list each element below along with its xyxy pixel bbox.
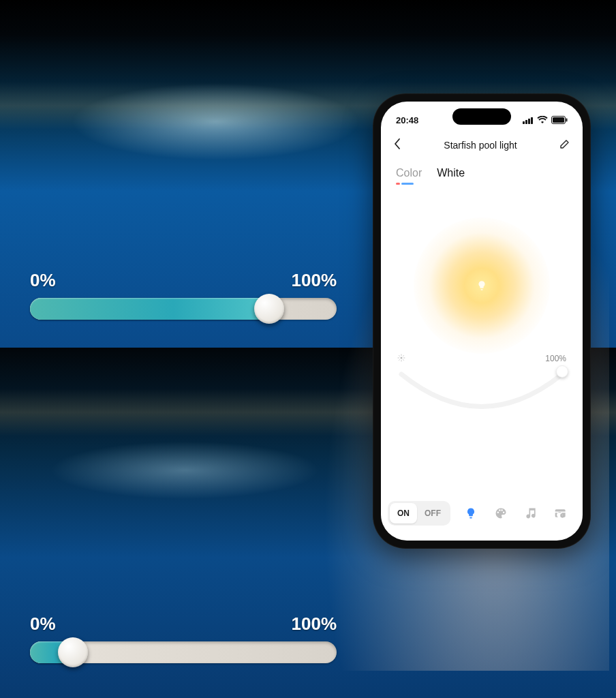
slider-fill bbox=[30, 298, 269, 320]
svg-point-7 bbox=[401, 357, 403, 359]
bulb-icon bbox=[476, 279, 488, 292]
tab-label: White bbox=[437, 167, 465, 179]
brightness-value: 100% bbox=[545, 354, 566, 363]
slider-labels: 0% 100% bbox=[30, 613, 337, 635]
tab-label: Color bbox=[396, 167, 422, 179]
slider-min-label: 0% bbox=[30, 613, 56, 635]
tab-color[interactable]: Color bbox=[396, 167, 422, 185]
light-preview-glow[interactable] bbox=[414, 217, 550, 354]
phone-screen: 20:48 Starfish pool light bbox=[381, 102, 583, 541]
slider-track[interactable] bbox=[30, 298, 337, 320]
slider-max-label: 100% bbox=[292, 270, 337, 291]
product-image-stage: 0% 100% 0% 100% 20:48 bbox=[0, 0, 616, 698]
bottom-controls: ON OFF bbox=[388, 496, 576, 531]
svg-rect-6 bbox=[566, 119, 568, 122]
svg-rect-2 bbox=[528, 119, 530, 124]
power-segmented-control: ON OFF bbox=[388, 501, 450, 526]
back-icon[interactable] bbox=[393, 138, 401, 153]
slider-max-label: 100% bbox=[292, 613, 337, 635]
brightness-demo-slider-2: 0% 100% bbox=[30, 613, 337, 663]
status-time: 20:48 bbox=[396, 115, 418, 125]
brightness-arc-slider[interactable]: 100% bbox=[381, 354, 583, 436]
device-title: Starfish pool light bbox=[444, 140, 517, 151]
app-header: Starfish pool light bbox=[381, 132, 583, 159]
tab-underline bbox=[396, 183, 414, 185]
dynamic-island bbox=[452, 108, 511, 125]
brightness-demo-slider-1: 0% 100% bbox=[30, 270, 337, 320]
slider-knob[interactable] bbox=[254, 294, 284, 324]
svg-line-12 bbox=[399, 355, 399, 356]
nav-schedule-icon[interactable] bbox=[552, 504, 570, 522]
nav-music-icon[interactable] bbox=[522, 504, 540, 522]
svg-line-15 bbox=[403, 355, 404, 356]
slider-min-label: 0% bbox=[30, 270, 56, 291]
svg-line-13 bbox=[403, 360, 404, 361]
slider-track[interactable] bbox=[30, 641, 337, 663]
nav-bulb-icon[interactable] bbox=[462, 504, 480, 522]
status-indicators bbox=[523, 116, 568, 124]
tab-white[interactable]: White bbox=[437, 167, 465, 185]
cellular-signal-icon bbox=[523, 117, 534, 124]
battery-icon bbox=[551, 116, 568, 124]
nav-palette-icon[interactable] bbox=[492, 504, 510, 522]
arc-track bbox=[381, 354, 583, 436]
svg-rect-3 bbox=[531, 117, 533, 124]
mode-tabs: Color White bbox=[396, 167, 465, 185]
wifi-icon bbox=[537, 116, 548, 124]
phone-frame: 20:48 Starfish pool light bbox=[373, 93, 591, 549]
svg-rect-1 bbox=[525, 120, 527, 124]
power-off-button[interactable]: OFF bbox=[417, 503, 448, 524]
bottom-nav bbox=[456, 504, 576, 522]
svg-line-14 bbox=[399, 360, 399, 361]
power-on-button[interactable]: ON bbox=[390, 503, 417, 524]
slider-labels: 0% 100% bbox=[30, 270, 337, 291]
edit-icon[interactable] bbox=[559, 138, 570, 152]
slider-knob[interactable] bbox=[58, 637, 88, 667]
svg-rect-5 bbox=[553, 117, 564, 123]
svg-rect-0 bbox=[523, 121, 525, 124]
brightness-min-icon bbox=[397, 354, 405, 364]
arc-knob[interactable] bbox=[556, 365, 568, 378]
